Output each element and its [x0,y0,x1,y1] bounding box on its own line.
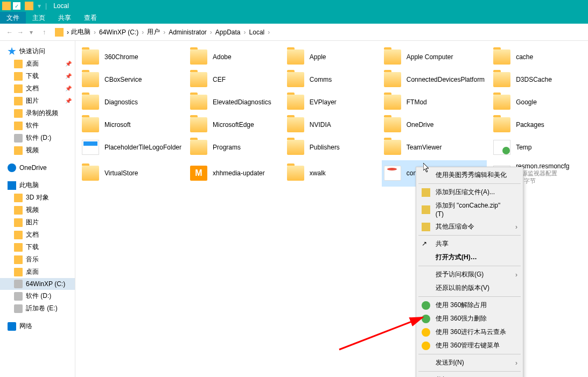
quick-access[interactable]: 快速访问 [0,45,75,58]
blank-icon [422,284,430,293]
sidebar-network[interactable]: 网络 [0,320,75,332]
sidebar-item-drive-e[interactable]: 訢加卷 (E:) [0,302,75,315]
menu-label: 使用美图秀秀编辑和美化 [436,170,507,180]
menu-item[interactable]: 发送到(N)› [417,356,522,369]
bc-seg[interactable]: Local [247,29,267,36]
sidebar-item-drive-d[interactable]: 软件 (D:) [0,290,75,302]
sidebar-item-videos[interactable]: 视频 [0,204,75,216]
sidebar-item-music[interactable]: 音乐 [0,253,75,266]
sidebar-item-downloads2[interactable]: 下载 [0,241,75,253]
file-item[interactable]: Microsoft [80,115,184,134]
sidebar-this-pc[interactable]: 此电脑 [0,179,75,191]
bc-seg[interactable]: AppData [213,29,243,36]
tab-share[interactable]: 共享 [52,12,78,24]
sidebar-item-pictures2[interactable]: 图片 [0,216,75,229]
file-label: Google [516,98,537,106]
file-item[interactable]: Apple [285,47,377,67]
file-item[interactable]: Temp [491,138,584,157]
bc-seg[interactable]: 此电脑 [69,27,93,37]
menu-item[interactable]: 使用 360强力删除 [417,312,522,325]
file-item[interactable]: Comms [285,70,377,89]
file-item[interactable]: cache [491,47,584,67]
file-item[interactable]: Adobe [188,47,281,67]
file-item[interactable]: Packages [491,115,584,134]
qa-checkbox[interactable]: ✓ [13,2,20,10]
folder-icon [14,146,23,155]
file-item[interactable]: Google [491,93,584,112]
file-item[interactable]: ConnectedDevicesPlatform [382,70,487,89]
menu-item[interactable]: 剪切(T) [417,373,522,377]
file-item[interactable]: CBoxService [80,70,184,89]
sidebar-item-docs2[interactable]: 文档 [0,229,75,241]
file-item[interactable]: TeamViewer [382,138,487,157]
bc-seg[interactable]: Administrator [166,29,209,36]
menu-label: 授予访问权限(G) [436,270,484,279]
network-icon [8,322,16,331]
file-item[interactable]: FTMod [382,93,487,112]
file-item[interactable]: Diagnostics [80,93,184,112]
folder-icon [493,49,510,65]
folder-icon [14,206,23,215]
file-item[interactable]: Programs [188,138,281,157]
nav-back[interactable]: ← [4,27,15,38]
file-item[interactable]: D3DSCache [491,70,584,89]
bc-seg[interactable]: 用户 [145,27,162,37]
sidebar-item-video[interactable]: 视频 [0,144,75,157]
file-item[interactable]: Mxhhmedia-updater [188,160,281,187]
folder-icon [14,194,23,202]
sidebar-item-desktop2[interactable]: 桌面 [0,266,75,278]
folder-icon [384,49,401,65]
menu-item[interactable]: 授予访问权限(G)› [417,268,522,281]
file-item[interactable]: Apple Computer [382,47,487,67]
menu-item[interactable]: 使用 360管理右键菜单 [417,339,522,352]
sidebar-item-downloads[interactable]: 下载📌 [0,70,75,82]
sidebar-item-desktop[interactable]: 桌面📌 [0,58,75,70]
tab-file[interactable]: 文件 [0,12,26,24]
sidebar-item-software[interactable]: 软件 [0,119,75,132]
chevron-right-icon: › [515,359,517,367]
menu-item[interactable]: 打开方式(H)… [417,251,522,264]
menu-item[interactable]: 使用 360进行木马云查杀 [417,325,522,339]
file-item[interactable]: Publishers [285,138,377,157]
sidebar-item-software-d[interactable]: 软件 (D:) [0,132,75,144]
file-item[interactable]: ElevatedDiagnostics [188,93,281,112]
nav-up[interactable]: ↑ [39,27,50,38]
menu-separator [418,183,521,184]
folder-icon [82,117,99,132]
menu-item[interactable]: 使用 360解除占用 [417,298,522,312]
tab-home[interactable]: 主页 [26,12,52,24]
window-title: Local [53,2,69,10]
file-item[interactable]: VirtualStore [80,160,184,187]
menu-item[interactable]: 还原以前的版本(V) [417,281,522,295]
sidebar-item-drive-c[interactable]: 64WinXP (C:) [0,278,75,290]
file-item[interactable]: CEF [188,70,281,89]
file-item[interactable]: EVPlayer [285,93,377,112]
file-p-icon [82,140,99,155]
sidebar-item-3d[interactable]: 3D 对象 [0,191,75,204]
file-item[interactable]: PlaceholderTileLogoFolder [80,138,184,157]
menu-item[interactable]: ↗共享 [417,237,522,251]
title-pipe: | [45,2,47,10]
file-item[interactable]: OneDrive [382,115,487,134]
sidebar-item-documents[interactable]: 文档📌 [0,82,75,95]
file-item[interactable]: NVIDIA [285,115,377,134]
menu-item[interactable]: 使用美图秀秀编辑和美化 [417,168,522,182]
folder-icon [14,218,23,227]
sidebar-item-recordings[interactable]: 录制的视频 [0,107,75,119]
nav-forward[interactable]: → [15,27,26,38]
menu-label: 使用 360管理右键菜单 [436,341,500,350]
folder-icon [14,109,23,118]
sidebar-onedrive[interactable]: OneDrive [0,162,75,174]
tab-view[interactable]: 查看 [78,12,103,24]
file-item[interactable]: xwalk [285,160,377,187]
menu-item[interactable]: 其他压缩命令› [417,220,522,233]
menu-item[interactable]: 添加到压缩文件(A)... [417,186,522,199]
sidebar-item-pictures[interactable]: 图片📌 [0,95,75,107]
file-label: 360Chrome [104,53,138,61]
file-item[interactable]: 360Chrome [80,47,184,67]
menu-item[interactable]: 添加到 "conCache.zip" (T) [417,199,522,220]
nav-dropdown[interactable]: ▾ [26,27,37,38]
file-label: Packages [516,121,544,129]
bc-seg[interactable]: 64WinXP (C:) [97,29,141,36]
file-item[interactable]: MicrosoftEdge [188,115,281,134]
